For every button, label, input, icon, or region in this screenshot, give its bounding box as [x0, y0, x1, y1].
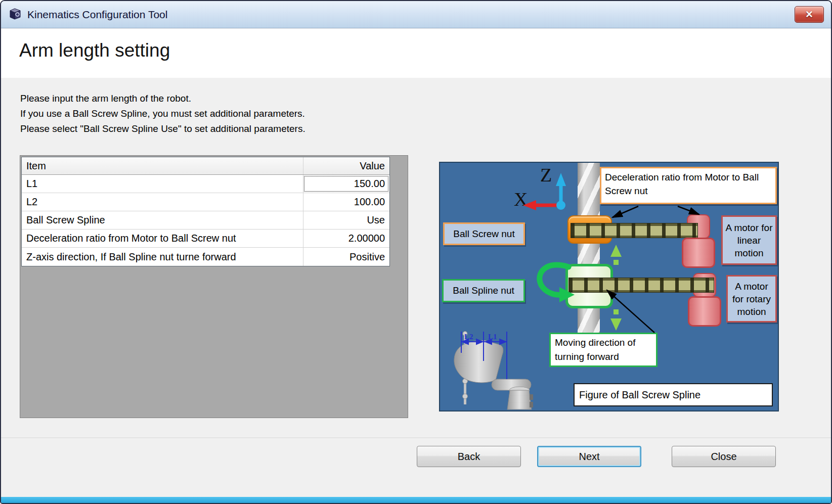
close-icon: ✕ [805, 10, 813, 19]
dimension-l1-label: L1 [488, 333, 497, 341]
dialog-window: Kinematics Configuration Tool ✕ Arm leng… [0, 0, 832, 504]
item-cell-deceleration-ratio: Deceleration ratio from Motor to Ball Sc… [22, 230, 303, 247]
rotary-motor-shape [688, 296, 721, 327]
value-cell-l2[interactable]: 100.00 [303, 193, 389, 211]
page-title: Arm length setting [1, 29, 831, 61]
table-row-l1: L1 150.00 [22, 175, 389, 193]
table-row-ball-screw-spline: Ball Screw Spline Use [22, 211, 389, 230]
ball-screw-spline-diagram: Z X L2 [439, 162, 779, 411]
linear-motor-shape [682, 238, 715, 268]
app-icon [8, 7, 22, 22]
table-row-deceleration-ratio: Deceleration ratio from Motor to Ball Sc… [22, 230, 389, 248]
value-cell-l1[interactable]: 150.00 [303, 175, 389, 193]
page-header: Arm length setting [1, 29, 831, 78]
value-cell-ball-screw-spline[interactable]: Use [303, 211, 389, 229]
footer-separator [1, 438, 831, 439]
screw-spline-shaft [578, 163, 600, 362]
instructions: Please input the arm length of the robot… [20, 91, 305, 136]
diagram-caption: Figure of Ball Screw Spline [574, 383, 773, 406]
next-button[interactable]: Next [537, 446, 641, 467]
instruction-line-3: Please select "Ball Screw Spline Use" to… [20, 121, 305, 136]
robot-arm-figure [447, 330, 548, 410]
column-header-item[interactable]: Item [22, 157, 303, 174]
close-button[interactable]: Close [672, 446, 776, 467]
label-ball-screw-nut: Ball Screw nut [443, 222, 525, 245]
item-cell-l1: L1 [22, 175, 303, 193]
item-cell-l2: L2 [22, 193, 303, 211]
window-title: Kinematics Configuration Tool [27, 9, 167, 21]
instruction-line-1: Please input the arm length of the robot… [20, 91, 305, 106]
table-row-l2: L2 100.00 [22, 193, 389, 211]
parameter-grid-panel: Item Value L1 150.00 L2 100.00 Ball Scre… [20, 155, 408, 418]
column-header-value[interactable]: Value [303, 157, 389, 174]
window-bottom-edge [1, 497, 831, 503]
dimension-l2-label: L2 [464, 333, 473, 341]
instruction-line-2: If you use a Ball Screw Spline, you must… [20, 106, 305, 121]
x-axis-label: X [514, 188, 528, 210]
label-moving-direction: Moving direction of turning forward [549, 333, 658, 367]
rotary-drive-belt [568, 278, 714, 293]
label-ball-spline-nut: Ball Spline nut [442, 279, 525, 302]
title-bar: Kinematics Configuration Tool ✕ [1, 1, 831, 28]
parameter-grid: Item Value L1 150.00 L2 100.00 Ball Scre… [21, 157, 390, 266]
close-window-button[interactable]: ✕ [795, 6, 824, 23]
z-axis-label: Z [540, 164, 552, 186]
table-row-z-axis-direction: Z-axis direction, If Ball Spline nut tur… [22, 248, 389, 266]
label-deceleration-ratio: Deceleration ratio from Motor to Ball Sc… [600, 167, 777, 204]
label-motor-linear: A motor for linear motion [721, 215, 777, 265]
grid-header-row: Item Value [22, 157, 389, 175]
linear-drive-belt [571, 223, 698, 238]
label-motor-rotary: A motor for rotary motion [726, 275, 777, 323]
item-cell-ball-screw-spline: Ball Screw Spline [22, 211, 303, 229]
value-cell-z-axis-direction[interactable]: Positive [303, 248, 389, 266]
item-cell-z-axis-direction: Z-axis direction, If Ball Spline nut tur… [22, 248, 303, 266]
back-button[interactable]: Back [417, 446, 521, 467]
value-cell-deceleration-ratio[interactable]: 2.00000 [303, 230, 389, 247]
